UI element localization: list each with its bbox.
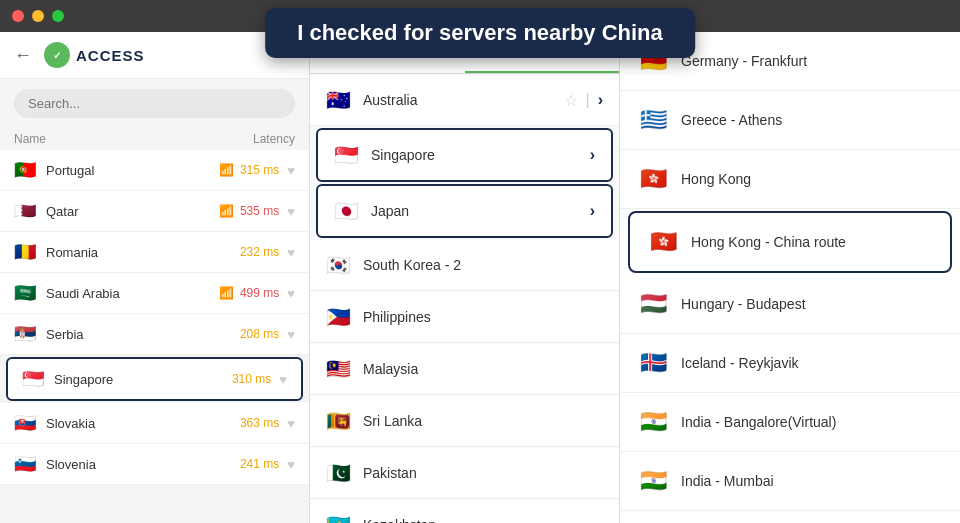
right-list-item[interactable]: 🇭🇰 Hong Kong - China route bbox=[628, 211, 952, 273]
expand-icon[interactable]: › bbox=[598, 91, 603, 109]
country-name: Saudi Arabia bbox=[46, 286, 219, 301]
pia-logo-icon: ✓ bbox=[44, 42, 70, 68]
divider: | bbox=[586, 91, 590, 109]
mid-list-item[interactable]: 🇸🇬 Singapore › bbox=[316, 128, 613, 182]
right-list-item[interactable]: 🇮🇳 India - Mumbai bbox=[620, 452, 960, 511]
server-item[interactable]: 🇸🇬 Singapore 310 ms ♥ bbox=[6, 357, 303, 401]
mid-flag: 🇵🇭 bbox=[326, 305, 351, 329]
mid-country-name: Pakistan bbox=[363, 465, 603, 481]
mid-list-item[interactable]: 🇦🇺 Australia ☆ | › bbox=[310, 75, 619, 126]
right-country-name: Germany - Frankfurt bbox=[681, 53, 807, 69]
maximize-dot[interactable] bbox=[52, 10, 64, 22]
server-item[interactable]: 🇵🇹 Portugal 📶 315 ms ♥ bbox=[0, 150, 309, 191]
mid-flag: 🇰🇷 bbox=[326, 253, 351, 277]
close-dot[interactable] bbox=[12, 10, 24, 22]
latency-value: 363 ms bbox=[240, 416, 279, 430]
country-flag: 🇵🇹 bbox=[14, 159, 36, 181]
server-item[interactable]: 🇷🇸 Serbia 208 ms ♥ bbox=[0, 314, 309, 355]
right-flag: 🇭🇰 bbox=[640, 166, 667, 192]
minimize-dot[interactable] bbox=[32, 10, 44, 22]
right-list-item[interactable]: 🇭🇺 Hungary - Budapest bbox=[620, 275, 960, 334]
country-flag: 🇷🇴 bbox=[14, 241, 36, 263]
right-country-name: India - Mumbai bbox=[681, 473, 774, 489]
list-header: Name Latency bbox=[0, 128, 309, 150]
server-item[interactable]: 🇸🇮 Slovenia 241 ms ♥ bbox=[0, 444, 309, 485]
mid-country-name: Australia bbox=[363, 92, 564, 108]
mid-flag: 🇵🇰 bbox=[326, 461, 351, 485]
latency-value: 535 ms bbox=[240, 204, 279, 218]
latency-value: 208 ms bbox=[240, 327, 279, 341]
right-list-item[interactable]: 🇬🇷 Greece - Athens bbox=[620, 91, 960, 150]
country-flag: 🇷🇸 bbox=[14, 323, 36, 345]
ui-container: ← ✓ ACCESS Name Latency 🇵🇹 Portugal 📶 31… bbox=[0, 32, 960, 523]
heart-icon[interactable]: ♥ bbox=[279, 372, 287, 387]
latency-value: 241 ms bbox=[240, 457, 279, 471]
right-list-item[interactable]: 🇭🇰 Hong Kong bbox=[620, 150, 960, 209]
mid-flag: 🇰🇿 bbox=[326, 513, 351, 523]
heart-icon[interactable]: ♥ bbox=[287, 457, 295, 472]
mid-list: 🇦🇺 Australia ☆ | › 🇸🇬 Singapore › 🇯🇵 Jap… bbox=[310, 74, 619, 523]
right-country-name: Hong Kong bbox=[681, 171, 751, 187]
server-item[interactable]: 🇷🇴 Romania 232 ms ♥ bbox=[0, 232, 309, 273]
latency-value: 232 ms bbox=[240, 245, 279, 259]
signal-icon: 📶 bbox=[219, 163, 234, 177]
latency-value: 310 ms bbox=[232, 372, 271, 386]
server-item[interactable]: 🇸🇰 Slovakia 363 ms ♥ bbox=[0, 403, 309, 444]
mid-country-name: Japan bbox=[371, 203, 590, 219]
right-list-item[interactable]: 🇮🇸 Iceland - Reykjavik bbox=[620, 334, 960, 393]
mid-list-item[interactable]: 🇲🇾 Malaysia bbox=[310, 344, 619, 395]
tooltip-banner: I checked for servers nearby China bbox=[265, 8, 695, 58]
heart-icon[interactable]: ♥ bbox=[287, 204, 295, 219]
col-latency: Latency bbox=[253, 132, 295, 146]
heart-icon[interactable]: ♥ bbox=[287, 286, 295, 301]
mid-flag: 🇱🇰 bbox=[326, 409, 351, 433]
right-country-name: Hungary - Budapest bbox=[681, 296, 806, 312]
right-flag: 🇮🇸 bbox=[640, 350, 667, 376]
mid-list-item[interactable]: 🇰🇿 Kazakhstan bbox=[310, 500, 619, 523]
right-country-name: India - Bangalore(Virtual) bbox=[681, 414, 836, 430]
search-input[interactable] bbox=[14, 89, 295, 118]
right-list-item[interactable]: 🇮🇳 India - Bangalore(Virtual) bbox=[620, 393, 960, 452]
left-panel: ← ✓ ACCESS Name Latency 🇵🇹 Portugal 📶 31… bbox=[0, 32, 310, 523]
country-name: Singapore bbox=[54, 372, 232, 387]
pia-logo-text: ACCESS bbox=[76, 47, 145, 64]
server-item[interactable]: 🇶🇦 Qatar 📶 535 ms ♥ bbox=[0, 191, 309, 232]
mid-list-item[interactable]: 🇵🇭 Philippines bbox=[310, 292, 619, 343]
mid-list-item[interactable]: 🇯🇵 Japan › bbox=[316, 184, 613, 238]
heart-icon[interactable]: ♥ bbox=[287, 245, 295, 260]
tooltip-text: I checked for servers nearby China bbox=[297, 20, 663, 45]
mid-country-name: Philippines bbox=[363, 309, 603, 325]
mid-country-name: Singapore bbox=[371, 147, 590, 163]
server-item[interactable]: 🇸🇦 Saudi Arabia 📶 499 ms ♥ bbox=[0, 273, 309, 314]
mid-country-name: South Korea - 2 bbox=[363, 257, 603, 273]
pia-header: ← ✓ ACCESS bbox=[0, 32, 309, 79]
country-name: Romania bbox=[46, 245, 240, 260]
country-name: Slovakia bbox=[46, 416, 240, 431]
heart-icon[interactable]: ♥ bbox=[287, 327, 295, 342]
right-panel: 🇩🇪 Germany - Frankfurt 🇬🇷 Greece - Athen… bbox=[620, 32, 960, 523]
mid-flag: 🇸🇬 bbox=[334, 143, 359, 167]
latency-value: 315 ms bbox=[240, 163, 279, 177]
right-country-name: Hong Kong - China route bbox=[691, 234, 846, 250]
country-flag: 🇶🇦 bbox=[14, 200, 36, 222]
country-flag: 🇸🇰 bbox=[14, 412, 36, 434]
expand-icon[interactable]: › bbox=[590, 146, 595, 164]
mid-list-item[interactable]: 🇰🇷 South Korea - 2 bbox=[310, 240, 619, 291]
right-flag: 🇬🇷 bbox=[640, 107, 667, 133]
right-country-name: Greece - Athens bbox=[681, 112, 782, 128]
country-name: Serbia bbox=[46, 327, 240, 342]
mid-country-name: Sri Lanka bbox=[363, 413, 603, 429]
heart-icon[interactable]: ♥ bbox=[287, 163, 295, 178]
mid-list-item[interactable]: 🇵🇰 Pakistan bbox=[310, 448, 619, 499]
expand-icon[interactable]: › bbox=[590, 202, 595, 220]
country-flag: 🇸🇬 bbox=[22, 368, 44, 390]
right-flag: 🇮🇳 bbox=[640, 409, 667, 435]
mid-country-name: Malaysia bbox=[363, 361, 603, 377]
back-button[interactable]: ← bbox=[14, 45, 32, 66]
heart-icon[interactable]: ♥ bbox=[287, 416, 295, 431]
mid-country-name: Kazakhstan bbox=[363, 517, 603, 523]
star-icon[interactable]: ☆ bbox=[564, 91, 578, 110]
col-name: Name bbox=[14, 132, 46, 146]
mid-flag: 🇲🇾 bbox=[326, 357, 351, 381]
mid-list-item[interactable]: 🇱🇰 Sri Lanka bbox=[310, 396, 619, 447]
